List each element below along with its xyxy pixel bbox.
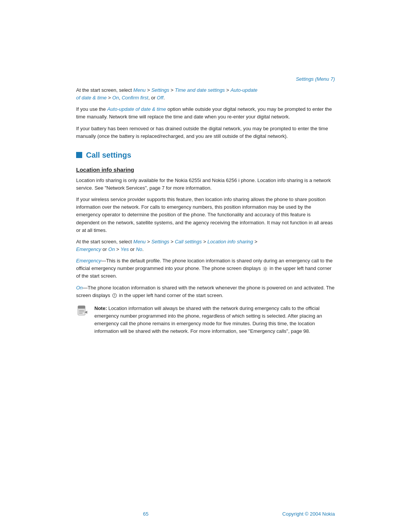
location-info-sharing-heading: Location info sharing bbox=[76, 166, 335, 173]
link-menu[interactable]: Menu bbox=[133, 87, 146, 93]
svg-rect-8 bbox=[79, 313, 83, 313]
call-settings-heading: Call settings bbox=[76, 151, 335, 160]
link-menu-2[interactable]: Menu bbox=[133, 239, 146, 244]
link-emergency[interactable]: Emergency bbox=[76, 246, 101, 252]
note-bold-label: Note: bbox=[94, 305, 107, 311]
subsection-paragraph-5: On—The phone location information is sha… bbox=[76, 284, 335, 299]
svg-marker-3 bbox=[114, 296, 115, 297]
content-area: Settings (Menu 7) At the start screen, s… bbox=[61, 0, 350, 369]
link-emergency-2[interactable]: Emergency bbox=[76, 258, 101, 264]
link-settings-1[interactable]: Settings bbox=[151, 87, 169, 93]
link-on-1[interactable]: On bbox=[112, 95, 119, 101]
svg-rect-5 bbox=[78, 306, 85, 309]
svg-marker-2 bbox=[114, 294, 115, 296]
subsection-paragraph-2: If your wireless service provider suppor… bbox=[76, 196, 335, 234]
blue-square-icon bbox=[76, 152, 82, 158]
compass-icon bbox=[112, 293, 117, 298]
page: Settings (Menu 7) At the start screen, s… bbox=[0, 0, 411, 532]
link-off[interactable]: Off bbox=[157, 95, 163, 101]
subsection-paragraph-4: Emergency—This is the default profile. T… bbox=[76, 257, 335, 280]
subsection-paragraph-1: Location info sharing is only available … bbox=[76, 177, 335, 192]
footer-copyright: Copyright © 2004 Nokia bbox=[282, 511, 335, 517]
gear-icon bbox=[263, 266, 268, 272]
link-auto-update-2[interactable]: Auto-update of date & time bbox=[107, 106, 166, 112]
intro-paragraph-2: If you use the Auto-update of date & tim… bbox=[76, 105, 335, 121]
link-settings-2[interactable]: Settings bbox=[151, 239, 169, 244]
link-location-info[interactable]: Location info sharing bbox=[207, 239, 253, 244]
link-no[interactable]: No bbox=[136, 246, 142, 252]
note-document-icon bbox=[76, 305, 89, 318]
link-on-3[interactable]: On bbox=[76, 285, 83, 291]
intro-paragraph-1: At the start screen, select Menu > Setti… bbox=[76, 86, 335, 102]
link-on-2[interactable]: On bbox=[108, 246, 115, 252]
link-yes[interactable]: Yes bbox=[121, 246, 129, 252]
note-text: Note: Location information will always b… bbox=[94, 305, 335, 335]
svg-rect-7 bbox=[79, 312, 84, 312]
intro-paragraph-3: If your battery has been removed or has … bbox=[76, 125, 335, 140]
footer-page-number: 65 bbox=[143, 511, 148, 517]
link-confirm-first[interactable]: Confirm first bbox=[122, 95, 148, 101]
call-settings-title: Call settings bbox=[86, 151, 131, 160]
link-time-date-settings[interactable]: Time and date settings bbox=[175, 87, 225, 93]
link-call-settings[interactable]: Call settings bbox=[175, 239, 202, 244]
footer-wrapper: 65 Copyright © 2004 Nokia bbox=[61, 511, 350, 517]
svg-rect-6 bbox=[79, 310, 84, 310]
subsection-paragraph-3: At the start screen, select Menu > Setti… bbox=[76, 238, 335, 253]
note-icon bbox=[76, 305, 90, 318]
note-box: Note: Location information will always b… bbox=[76, 305, 335, 335]
section-label: Settings (Menu 7) bbox=[296, 76, 335, 82]
svg-point-0 bbox=[264, 268, 266, 270]
footer: 65 Copyright © 2004 Nokia bbox=[0, 511, 411, 517]
section-header: Settings (Menu 7) bbox=[76, 76, 335, 82]
